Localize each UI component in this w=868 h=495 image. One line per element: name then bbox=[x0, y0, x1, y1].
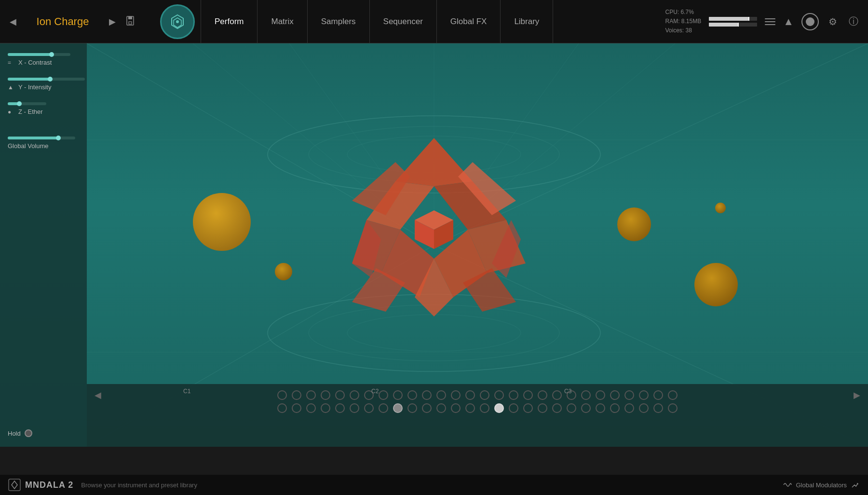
z-ether-icon: ● bbox=[8, 109, 15, 115]
key-2-28[interactable] bbox=[668, 403, 678, 413]
menu-icon[interactable] bbox=[765, 18, 775, 25]
z-ether-label: Z - Ether bbox=[18, 108, 43, 115]
key-1-4[interactable] bbox=[321, 390, 330, 400]
tab-sequencer[interactable]: Sequencer bbox=[370, 0, 437, 43]
key-2-8[interactable] bbox=[379, 403, 388, 413]
footer-random-icon[interactable] bbox=[851, 480, 860, 490]
key-2-26[interactable] bbox=[639, 403, 649, 413]
key-1-26[interactable] bbox=[639, 390, 649, 400]
tab-perform[interactable]: Perform bbox=[201, 0, 258, 43]
tab-samplers[interactable]: Samplers bbox=[308, 0, 370, 43]
preset-name: Ion Charge bbox=[24, 15, 101, 28]
key-1-12[interactable] bbox=[436, 390, 446, 400]
keys-nav-left[interactable]: ◀ bbox=[91, 390, 105, 400]
key-2-15[interactable] bbox=[480, 403, 489, 413]
level-bar-top bbox=[709, 17, 757, 21]
prev-preset-button[interactable]: ◀ bbox=[6, 14, 20, 29]
key-label-c1: C1 bbox=[183, 388, 190, 395]
z-ether-label-row: ● Z - Ether bbox=[8, 108, 79, 115]
key-2-24[interactable] bbox=[610, 403, 620, 413]
orb-medium-right bbox=[617, 207, 651, 241]
key-2-21[interactable] bbox=[567, 403, 576, 413]
x-contrast-label: X - Contrast bbox=[18, 59, 52, 66]
key-2-1[interactable] bbox=[277, 403, 287, 413]
z-ether-slider[interactable] bbox=[8, 102, 46, 105]
key-1-6[interactable] bbox=[350, 390, 359, 400]
key-1-28[interactable] bbox=[668, 390, 678, 400]
key-1-16[interactable] bbox=[494, 390, 504, 400]
key-1-23[interactable] bbox=[596, 390, 605, 400]
key-2-17[interactable] bbox=[509, 403, 518, 413]
key-2-4[interactable] bbox=[321, 403, 330, 413]
circle-icon[interactable] bbox=[801, 13, 819, 30]
triangle-icon[interactable]: ▲ bbox=[783, 15, 794, 28]
key-1-22[interactable] bbox=[581, 390, 591, 400]
footer-wave-icon bbox=[783, 480, 792, 490]
key-2-13[interactable] bbox=[451, 403, 461, 413]
y-intensity-slider[interactable] bbox=[8, 78, 85, 81]
key-1-9[interactable] bbox=[393, 390, 403, 400]
x-contrast-slider[interactable] bbox=[8, 53, 70, 56]
key-2-20[interactable] bbox=[552, 403, 562, 413]
key-1-17[interactable] bbox=[509, 390, 518, 400]
key-1-3[interactable] bbox=[306, 390, 316, 400]
key-1-19[interactable] bbox=[538, 390, 547, 400]
key-2-23[interactable] bbox=[596, 403, 605, 413]
key-2-22[interactable] bbox=[581, 403, 591, 413]
save-button[interactable] bbox=[123, 14, 138, 30]
key-1-5[interactable] bbox=[335, 390, 345, 400]
key-1-8[interactable] bbox=[379, 390, 388, 400]
global-volume-label-row: Global Volume bbox=[8, 142, 79, 150]
key-1-24[interactable] bbox=[610, 390, 620, 400]
key-2-9[interactable] bbox=[393, 403, 403, 413]
key-2-27[interactable] bbox=[653, 403, 663, 413]
key-2-3[interactable] bbox=[306, 403, 316, 413]
nav-tabs: Perform Matrix Samplers Sequencer Global… bbox=[201, 0, 658, 43]
key-2-11[interactable] bbox=[422, 403, 432, 413]
keyboard-area: C1 C2 C3 ◀ bbox=[87, 384, 868, 447]
key-2-6[interactable] bbox=[350, 403, 359, 413]
key-2-16[interactable] bbox=[494, 403, 504, 413]
key-2-18[interactable] bbox=[523, 403, 533, 413]
key-2-7[interactable] bbox=[364, 403, 374, 413]
keys-nav-right[interactable]: ▶ bbox=[850, 390, 864, 400]
key-1-27[interactable] bbox=[653, 390, 663, 400]
footer-right: Global Modulators bbox=[783, 480, 861, 490]
key-2-19[interactable] bbox=[538, 403, 547, 413]
key-1-14[interactable] bbox=[465, 390, 475, 400]
menu-line-1 bbox=[765, 18, 775, 19]
tab-global-fx[interactable]: Global FX bbox=[437, 0, 501, 43]
tab-matrix[interactable]: Matrix bbox=[258, 0, 307, 43]
tab-library[interactable]: Library bbox=[501, 0, 553, 43]
key-1-13[interactable] bbox=[451, 390, 461, 400]
x-contrast-label-row: = X - Contrast bbox=[8, 59, 79, 66]
key-1-2[interactable] bbox=[292, 390, 301, 400]
next-preset-button[interactable]: ▶ bbox=[105, 14, 120, 29]
key-2-5[interactable] bbox=[335, 403, 345, 413]
key-1-15[interactable] bbox=[480, 390, 489, 400]
key-1-11[interactable] bbox=[422, 390, 432, 400]
key-2-10[interactable] bbox=[407, 403, 417, 413]
key-1-20[interactable] bbox=[552, 390, 562, 400]
hold-toggle[interactable] bbox=[25, 429, 32, 437]
global-volume-slider[interactable] bbox=[8, 137, 75, 139]
footer-brand-name: MNDALA 2 bbox=[25, 480, 73, 490]
svg-point-5 bbox=[176, 20, 179, 23]
key-1-1[interactable] bbox=[277, 390, 287, 400]
key-1-10[interactable] bbox=[407, 390, 417, 400]
orb-large-right bbox=[694, 263, 738, 306]
info-icon[interactable]: ⓘ bbox=[847, 13, 860, 30]
gear-icon[interactable]: ⚙ bbox=[827, 14, 839, 29]
keys-nav-row1: ◀ bbox=[87, 390, 868, 400]
key-2-2[interactable] bbox=[292, 403, 301, 413]
key-labels-row: C1 C2 C3 bbox=[87, 388, 868, 390]
key-2-12[interactable] bbox=[436, 403, 446, 413]
key-2-14[interactable] bbox=[465, 403, 475, 413]
key-1-18[interactable] bbox=[523, 390, 533, 400]
key-1-25[interactable] bbox=[624, 390, 634, 400]
preset-section: ◀ Ion Charge ▶ bbox=[0, 14, 154, 30]
keys-row-2 bbox=[108, 403, 847, 413]
key-2-25[interactable] bbox=[624, 403, 634, 413]
key-label-c3: C3 bbox=[564, 388, 571, 395]
footer-global-modulators[interactable]: Global Modulators bbox=[796, 481, 847, 489]
